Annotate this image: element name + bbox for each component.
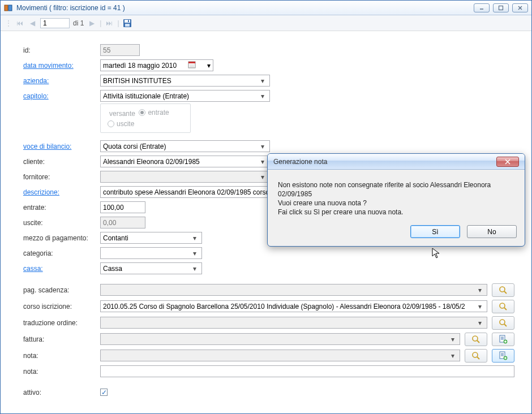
label-fornitore: fornitore: (23, 173, 100, 181)
svg-point-14 (500, 287, 505, 292)
label-cassa[interactable]: cassa: (23, 265, 100, 273)
new-fattura-button[interactable] (492, 333, 514, 346)
label-voce-bilancio[interactable]: voce di bilancio: (23, 143, 100, 150)
mezzo-pagamento-combo[interactable]: Contanti▾ (100, 232, 202, 244)
dialog-titlebar: Generazione nota (268, 154, 525, 170)
svg-line-17 (504, 308, 507, 310)
close-button[interactable] (512, 3, 528, 12)
chevron-down-icon: ▾ (448, 335, 457, 343)
voce-bilancio-combo[interactable]: Quota corsi (Entrate)▾ (100, 140, 270, 152)
descrizione-field[interactable] (100, 186, 288, 198)
window-buttons (474, 3, 528, 12)
label-uscite: uscite: (23, 219, 100, 227)
chevron-down-icon: ▾ (475, 303, 484, 310)
label-mezzo-pagamento: mezzo di pagamento: (23, 234, 100, 242)
chevron-down-icon: ▾ (258, 92, 267, 100)
nota-combo[interactable]: ▾ (100, 350, 460, 361)
minimize-button[interactable] (474, 3, 490, 12)
label-capitolo[interactable]: capitolo: (23, 92, 100, 100)
window-title: Movimenti ( filtro: iscrizione id = 41 ) (16, 4, 474, 12)
nav-prev-button[interactable]: ◀ (28, 19, 37, 28)
nav-position-input[interactable] (40, 18, 70, 28)
chevron-down-icon: ▾ (475, 286, 484, 294)
chevron-down-icon: ▾ (448, 352, 457, 360)
dialog-title: Generazione nota (273, 158, 496, 166)
label-descrizione[interactable]: descrizione: (23, 188, 100, 196)
label-nota: nota: (23, 352, 100, 360)
nav-first-button[interactable]: ⏮ (15, 19, 24, 28)
fornitore-combo[interactable]: ▾ (100, 171, 270, 183)
dialog-text-line3: Vuoi creare una nuova nota ? (278, 199, 514, 207)
svg-rect-9 (128, 20, 129, 22)
nav-of-label: di 1 (73, 19, 84, 27)
dialog-body: Non esistono note non consegnate riferit… (268, 170, 525, 225)
date-value: martedì 18 maggio 2010 (103, 62, 177, 70)
generazione-nota-dialog: Generazione nota Non esistono note non c… (267, 153, 525, 247)
id-field (100, 44, 140, 56)
nav-next-button[interactable]: ▶ (87, 19, 96, 28)
new-nota-button[interactable] (492, 349, 514, 363)
cliente-combo[interactable]: Alessandri Eleonora 02/09/1985▾ (100, 156, 270, 167)
label-entrate: entrate: (23, 204, 100, 212)
svg-rect-0 (5, 5, 8, 11)
window-titlebar: Movimenti ( filtro: iscrizione id = 41 ) (1, 1, 531, 15)
versante-group: versante entrate uscite (100, 104, 191, 133)
svg-rect-7 (125, 20, 130, 23)
fattura-combo[interactable]: ▾ (100, 333, 460, 345)
uscite-field (100, 217, 145, 228)
corso-iscrizione-combo[interactable]: 2010.05.25 Corso di Spagnolo Barcellona … (100, 300, 487, 312)
dialog-text-line4: Fai click su Sì per creare una nuova not… (278, 208, 514, 216)
dialog-close-button[interactable] (496, 157, 519, 167)
search-fattura-button[interactable] (465, 333, 487, 346)
dialog-text-line1: Non esistono note non consegnate riferit… (278, 181, 514, 189)
label-categoria: categoria: (23, 249, 100, 257)
svg-line-19 (504, 324, 507, 326)
radio-dot-icon (108, 120, 114, 127)
label-fattura: fattura: (23, 335, 100, 343)
search-pag-scadenza-button[interactable] (492, 283, 514, 297)
nav-save-button[interactable] (123, 19, 132, 28)
entrate-field[interactable] (100, 201, 145, 213)
azienda-value: BRITISH INSTITUTES (103, 77, 171, 85)
chevron-down-icon: ▾ (258, 77, 267, 85)
nav-last-button[interactable]: ⏭ (105, 19, 114, 28)
capitolo-combo[interactable]: Attività istituzionale (Entrate)▾ (100, 90, 270, 102)
maximize-button[interactable] (493, 3, 509, 12)
search-traduzione-button[interactable] (492, 316, 514, 330)
nota-text-field[interactable] (100, 365, 514, 377)
pag-scadenza-combo[interactable]: ▾ (100, 284, 487, 296)
label-id: id: (23, 46, 100, 54)
radio-entrate: entrate (139, 109, 169, 117)
cassa-combo[interactable]: Cassa▾ (100, 262, 202, 274)
traduzione-ordine-combo[interactable]: ▾ (100, 317, 487, 329)
search-corso-button[interactable] (492, 300, 514, 313)
svg-point-16 (500, 303, 505, 308)
chevron-down-icon: ▾ (258, 143, 267, 150)
label-pag-scadenza: pag. scadenza: (23, 286, 100, 294)
label-attivo: attivo: (23, 389, 100, 396)
svg-point-29 (473, 352, 478, 357)
label-data-movimento[interactable]: data movimento: (23, 62, 100, 70)
azienda-combo[interactable]: BRITISH INSTITUTES▾ (100, 75, 270, 87)
label-cliente: cliente: (23, 158, 100, 166)
svg-point-18 (500, 320, 505, 325)
label-azienda[interactable]: azienda: (23, 77, 100, 85)
data-movimento-datepicker[interactable]: martedì 18 maggio 2010 ▾ (100, 59, 213, 71)
chevron-down-icon: ▾ (258, 173, 267, 181)
label-nota2: nota: (23, 368, 100, 376)
svg-rect-8 (125, 24, 130, 27)
dialog-no-button[interactable]: No (467, 225, 517, 238)
dialog-yes-button[interactable]: Sì (410, 225, 460, 238)
search-nota-button[interactable] (465, 349, 487, 363)
categoria-combo[interactable]: ▾ (100, 247, 202, 259)
dialog-text-line2: 02/09/1985 (278, 190, 514, 198)
cliente-value: Alessandri Eleonora 02/09/1985 (103, 158, 200, 166)
attivo-checkbox[interactable]: ✓ (100, 389, 108, 396)
svg-rect-11 (188, 62, 195, 63)
svg-line-15 (504, 291, 507, 294)
versante-legend: versante (108, 110, 137, 118)
capitolo-value: Attività istituzionale (Entrate) (103, 92, 189, 100)
svg-line-30 (477, 357, 479, 359)
label-corso-iscrizione: corso iscrizione: (23, 303, 100, 310)
calendar-icon (187, 61, 196, 70)
